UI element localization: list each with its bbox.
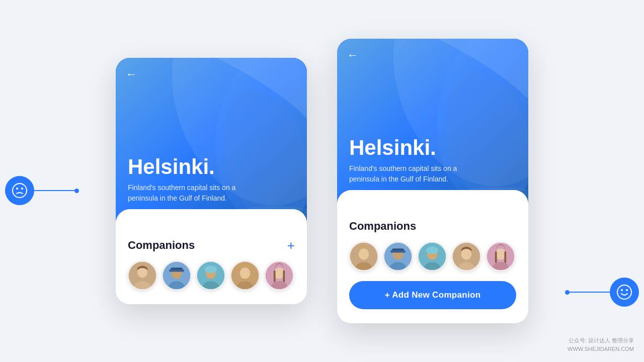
watermark: 公众号: 设计达人 整理分享 WWW.SHEJIDAREN.COM: [568, 336, 634, 353]
watermark-line1: 公众号: 设计达人 整理分享: [568, 336, 634, 345]
left-back-arrow[interactable]: ←: [126, 68, 137, 81]
left-city-description: Finland's southern capital sits on a pen…: [128, 183, 238, 204]
right-avatar-2[interactable]: [383, 242, 413, 271]
happy-face-circle: [610, 278, 639, 307]
svg-point-49: [496, 248, 506, 259]
left-city-title: Helsinki.: [128, 156, 238, 177]
happy-face-icon: [617, 285, 632, 300]
svg-point-34: [359, 248, 369, 259]
sad-face-circle: [5, 176, 34, 205]
svg-rect-50: [495, 251, 497, 263]
right-phone-card: ← Helsinki. Finland's southern capital s…: [337, 39, 528, 323]
annotation-dot-right: [565, 290, 570, 295]
svg-point-52: [617, 285, 631, 299]
svg-rect-26: [274, 270, 276, 282]
annotation-line-left: [34, 190, 74, 191]
svg-point-22: [240, 267, 250, 279]
add-companion-button[interactable]: + Add New Companion: [349, 281, 516, 309]
right-header-content: Helsinki. Finland's southern capital sit…: [349, 137, 460, 185]
right-back-arrow[interactable]: ←: [347, 49, 358, 62]
svg-rect-39: [390, 250, 406, 253]
right-city-description: Finland's southern capital sits on a pen…: [349, 163, 460, 185]
left-phone-body: Companions +: [116, 229, 307, 304]
right-avatars-row: [349, 242, 516, 271]
svg-rect-27: [283, 270, 285, 282]
right-annotation: [565, 278, 639, 307]
svg-point-25: [274, 267, 284, 279]
sad-face-icon: [12, 183, 27, 198]
left-phone-card: ← Helsinki. Finland's southern capital s…: [116, 58, 307, 304]
svg-point-19: [205, 265, 217, 273]
left-header-curve: [116, 209, 307, 229]
left-avatars-row: [128, 261, 295, 290]
right-avatar-5[interactable]: [486, 242, 515, 271]
svg-point-0: [13, 184, 27, 198]
left-header-content: Helsinki. Finland's southern capital sit…: [128, 156, 238, 204]
svg-point-2: [21, 188, 23, 190]
left-avatar-5[interactable]: [265, 261, 294, 290]
left-annotation: [5, 176, 79, 205]
watermark-line2: WWW.SHEJIDAREN.COM: [568, 345, 634, 353]
right-avatar-1[interactable]: [349, 242, 378, 271]
right-phone-body: Companions: [337, 210, 528, 323]
annotation-line-right: [570, 292, 610, 293]
left-companions-title: Companions: [128, 239, 195, 252]
right-avatar-4[interactable]: [452, 242, 481, 271]
svg-point-53: [621, 289, 623, 291]
svg-rect-15: [169, 269, 184, 272]
left-avatar-1[interactable]: [128, 261, 157, 290]
left-avatar-2[interactable]: [162, 261, 191, 290]
svg-point-46: [461, 248, 471, 259]
right-city-title: Helsinki.: [349, 137, 460, 158]
right-avatar-3[interactable]: [418, 242, 447, 271]
left-avatar-3[interactable]: [196, 261, 225, 290]
svg-point-1: [16, 188, 18, 190]
right-phone-header: ← Helsinki. Finland's southern capital s…: [337, 39, 528, 210]
annotation-dot-left: [74, 189, 79, 193]
screens-wrapper: ← Helsinki. Finland's southern capital s…: [116, 39, 528, 323]
left-add-icon[interactable]: +: [287, 239, 295, 252]
svg-point-54: [626, 289, 628, 291]
svg-point-43: [426, 246, 438, 254]
svg-rect-51: [504, 251, 506, 263]
right-companions-title: Companions: [349, 220, 416, 233]
right-header-curve: [337, 190, 528, 210]
left-companions-header: Companions +: [128, 239, 295, 252]
right-companions-header: Companions: [349, 220, 516, 233]
left-avatar-4[interactable]: [230, 261, 260, 290]
left-phone-header: ← Helsinki. Finland's southern capital s…: [116, 58, 307, 229]
